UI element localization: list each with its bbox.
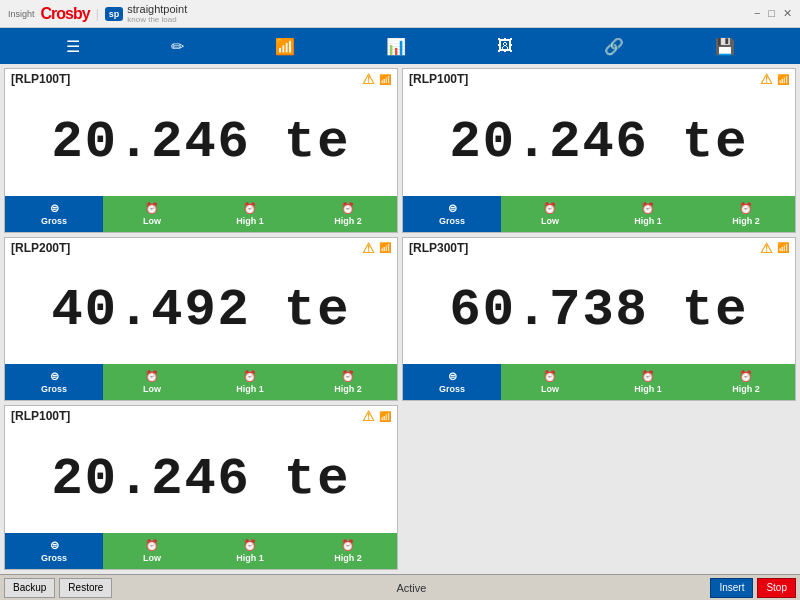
link-icon[interactable]: 🔗 <box>596 33 632 60</box>
maximize-button[interactable]: □ <box>768 7 775 20</box>
title-bar-left: Insight Crosby | sp straightpoint know t… <box>8 3 187 24</box>
panel-5-buttons: ⊜ Gross ⏰ Low ⏰ High 1 ⏰ High 2 <box>5 533 397 569</box>
high2-label-2: High 2 <box>732 216 760 226</box>
low-icon-2: ⏰ <box>543 202 557 215</box>
panel-1-high1-button[interactable]: ⏰ High 1 <box>201 196 299 232</box>
panel-2-display: 20.246 te <box>403 89 795 196</box>
gross-icon-4: ⊜ <box>448 370 457 383</box>
sp-text-group: straightpoint know the load <box>127 3 187 24</box>
gross-label: Gross <box>41 216 67 226</box>
sp-tagline: know the load <box>127 15 187 24</box>
panel-2-header: [RLP100T] ⚠ 📶 <box>403 69 795 89</box>
menu-icon[interactable]: ☰ <box>58 33 88 60</box>
low-icon-5: ⏰ <box>145 539 159 552</box>
panel-1-header-right: ⚠ 📶 <box>362 71 391 87</box>
gauge-panel-5: [RLP100T] ⚠ 📶 20.246 te ⊜ Gross ⏰ Low ⏰ … <box>4 405 398 570</box>
panel-4-warn-icon: ⚠ <box>760 240 773 256</box>
panel-5-gross-button[interactable]: ⊜ Gross <box>5 533 103 569</box>
panel-2-gross-button[interactable]: ⊜ Gross <box>403 196 501 232</box>
panel-4-header-right: ⚠ 📶 <box>760 240 789 256</box>
save-icon[interactable]: 💾 <box>707 33 743 60</box>
panel-4-high1-button[interactable]: ⏰ High 1 <box>599 364 697 400</box>
panel-1-header: [RLP100T] ⚠ 📶 <box>5 69 397 89</box>
panel-3-model: [RLP200T] <box>11 241 70 255</box>
high1-icon: ⏰ <box>243 202 257 215</box>
gross-label-4: Gross <box>439 384 465 394</box>
high2-icon-3: ⏰ <box>341 370 355 383</box>
high1-label-2: High 1 <box>634 216 662 226</box>
gauge-panel-1: [RLP100T] ⚠ 📶 20.246 te ⊜ Gross ⏰ Low ⏰ … <box>4 68 398 233</box>
active-status: Active <box>116 582 706 594</box>
panel-5-header-right: ⚠ 📶 <box>362 408 391 424</box>
panel-5-low-button[interactable]: ⏰ Low <box>103 533 201 569</box>
high2-label-5: High 2 <box>334 553 362 563</box>
panel-5-warn-icon: ⚠ <box>362 408 375 424</box>
status-bar: Backup Restore Active Insert Stop <box>0 574 800 600</box>
divider: | <box>96 7 99 21</box>
restore-button[interactable]: Restore <box>59 578 112 598</box>
panel-3-buttons: ⊜ Gross ⏰ Low ⏰ High 1 ⏰ High 2 <box>5 364 397 400</box>
gross-label-5: Gross <box>41 553 67 563</box>
stop-button[interactable]: Stop <box>757 578 796 598</box>
high1-label-4: High 1 <box>634 384 662 394</box>
panel-1-low-button[interactable]: ⏰ Low <box>103 196 201 232</box>
gross-label-3: Gross <box>41 384 67 394</box>
panel-5-high2-button[interactable]: ⏰ High 2 <box>299 533 397 569</box>
gross-icon-5: ⊜ <box>50 539 59 552</box>
backup-button[interactable]: Backup <box>4 578 55 598</box>
app-name-label: Insight <box>8 9 35 19</box>
panel-5-display: 20.246 te <box>5 426 397 533</box>
panel-1-signal-icon: 📶 <box>379 74 391 85</box>
image-icon[interactable]: 🖼 <box>489 33 521 59</box>
panel-1-buttons: ⊜ Gross ⏰ Low ⏰ High 1 ⏰ High 2 <box>5 196 397 232</box>
insert-button[interactable]: Insert <box>710 578 753 598</box>
high1-icon-2: ⏰ <box>641 202 655 215</box>
sp-icon: sp <box>105 7 124 21</box>
high1-label-5: High 1 <box>236 553 264 563</box>
panel-3-high2-button[interactable]: ⏰ High 2 <box>299 364 397 400</box>
panel-4-buttons: ⊜ Gross ⏰ Low ⏰ High 1 ⏰ High 2 <box>403 364 795 400</box>
panel-2-low-button[interactable]: ⏰ Low <box>501 196 599 232</box>
panel-2-high2-button[interactable]: ⏰ High 2 <box>697 196 795 232</box>
high1-label-3: High 1 <box>236 384 264 394</box>
low-icon: ⏰ <box>145 202 159 215</box>
panel-1-gross-button[interactable]: ⊜ Gross <box>5 196 103 232</box>
close-button[interactable]: ✕ <box>783 7 792 20</box>
panel-3-signal-icon: 📶 <box>379 242 391 253</box>
chart-icon[interactable]: 📊 <box>378 33 414 60</box>
status-right-buttons: Insert Stop <box>710 578 796 598</box>
high2-icon-2: ⏰ <box>739 202 753 215</box>
panel-4-signal-icon: 📶 <box>777 242 789 253</box>
gross-icon-2: ⊜ <box>448 202 457 215</box>
gauge-panel-3: [RLP200T] ⚠ 📶 40.492 te ⊜ Gross ⏰ Low ⏰ … <box>4 237 398 402</box>
low-label-2: Low <box>541 216 559 226</box>
panel-5-signal-icon: 📶 <box>379 411 391 422</box>
panel-2-high1-button[interactable]: ⏰ High 1 <box>599 196 697 232</box>
panel-1-high2-button[interactable]: ⏰ High 2 <box>299 196 397 232</box>
toolbar: ☰ ✏ 📶 📊 🖼 🔗 💾 <box>0 28 800 64</box>
straightpoint-logo: sp straightpoint know the load <box>105 3 187 24</box>
wifi-icon[interactable]: 📶 <box>267 33 303 60</box>
panel-4-model: [RLP300T] <box>409 241 468 255</box>
panel-3-high1-button[interactable]: ⏰ High 1 <box>201 364 299 400</box>
panel-4-header: [RLP300T] ⚠ 📶 <box>403 238 795 258</box>
panel-3-low-button[interactable]: ⏰ Low <box>103 364 201 400</box>
low-label-5: Low <box>143 553 161 563</box>
window-controls[interactable]: − □ ✕ <box>754 7 792 20</box>
high2-icon-5: ⏰ <box>341 539 355 552</box>
panel-5-high1-button[interactable]: ⏰ High 1 <box>201 533 299 569</box>
high1-icon-3: ⏰ <box>243 370 257 383</box>
panel-5-header: [RLP100T] ⚠ 📶 <box>5 406 397 426</box>
panel-4-high2-button[interactable]: ⏰ High 2 <box>697 364 795 400</box>
high2-label-4: High 2 <box>732 384 760 394</box>
minimize-button[interactable]: − <box>754 7 760 20</box>
panel-4-gross-button[interactable]: ⊜ Gross <box>403 364 501 400</box>
main-grid: [RLP100T] ⚠ 📶 20.246 te ⊜ Gross ⏰ Low ⏰ … <box>0 64 800 574</box>
panel-3-gross-button[interactable]: ⊜ Gross <box>5 364 103 400</box>
crosby-logo: Crosby <box>41 5 90 23</box>
title-bar: Insight Crosby | sp straightpoint know t… <box>0 0 800 28</box>
sp-name: straightpoint <box>127 3 187 15</box>
panel-4-low-button[interactable]: ⏰ Low <box>501 364 599 400</box>
high1-icon-4: ⏰ <box>641 370 655 383</box>
edit-icon[interactable]: ✏ <box>163 33 192 60</box>
